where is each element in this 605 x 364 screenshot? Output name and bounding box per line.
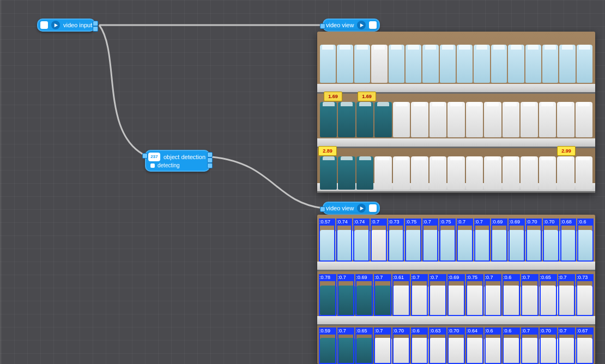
detection-bbox: :0.64 <box>466 333 483 364</box>
node-object-detection[interactable]: 237 object detection detecting <box>145 150 210 172</box>
video-preview-detections: :0.57:0.74:0.74:0.7:0.73:0.75:0.7:0.75:0… <box>317 215 595 364</box>
detection-bbox: :0.70 <box>392 333 410 364</box>
detection-bbox: :0.70 <box>543 225 559 262</box>
detection-bbox: :0.6 <box>503 280 520 316</box>
output-port[interactable] <box>207 152 213 157</box>
detection-score: :0.6 <box>503 327 520 335</box>
detection-score: :0.7 <box>474 219 491 226</box>
detection-bbox: :0.7 <box>411 280 428 316</box>
output-port[interactable] <box>207 163 213 168</box>
node-label: object detection <box>164 154 205 160</box>
detection-score: :0.6 <box>577 219 594 226</box>
detection-bbox: :0.7 <box>558 280 576 316</box>
node-label: video view <box>326 22 354 28</box>
output-port[interactable] <box>93 21 98 26</box>
detection-score: :0.7 <box>337 327 355 335</box>
detection-score: :0.7 <box>558 274 576 281</box>
input-port[interactable] <box>320 23 325 29</box>
play-icon <box>357 204 366 213</box>
detection-bbox: :0.7 <box>337 280 355 316</box>
detection-score: :0.69 <box>509 219 525 226</box>
video-preview-raw: 1.69 1.69 2.89 2.99 <box>317 32 595 193</box>
input-port[interactable] <box>142 153 148 159</box>
detection-bbox: :0.6 <box>503 333 520 364</box>
detection-bbox: :0.78 <box>319 280 336 316</box>
detection-bbox: :0.69 <box>355 280 373 316</box>
detection-bbox: :0.74 <box>336 225 353 262</box>
shelf-row <box>317 150 595 190</box>
node-canvas[interactable]: video input 237 object detection detecti… <box>0 0 605 364</box>
detection-score: :0.59 <box>319 327 336 335</box>
detection-score: :0.7 <box>521 327 539 335</box>
detection-score: :0.75 <box>439 219 456 226</box>
node-toggle-icon <box>369 204 377 212</box>
play-icon <box>51 21 60 29</box>
detection-score: :0.78 <box>319 274 336 281</box>
output-port[interactable] <box>93 26 98 32</box>
detection-bbox: :0.6 <box>577 225 594 262</box>
node-video-input[interactable]: video input <box>37 19 95 32</box>
detection-bbox: :0.7 <box>474 225 491 262</box>
detection-bbox: :0.7 <box>457 225 473 262</box>
node-label: video view <box>326 205 354 211</box>
detection-score: :0.7 <box>374 327 391 335</box>
detection-bbox: :0.75 <box>439 225 456 262</box>
detection-score: :0.7 <box>457 219 473 226</box>
detection-score: :0.75 <box>466 274 483 281</box>
detection-bbox: :0.59 <box>319 333 336 364</box>
detection-bbox: :0.74 <box>353 225 370 262</box>
detection-bbox: :0.57 <box>319 225 335 262</box>
detection-bbox: :0.70 <box>447 333 465 364</box>
detection-score: :0.7 <box>337 274 355 281</box>
shelf-row <box>317 96 595 137</box>
output-port[interactable] <box>207 157 213 163</box>
svg-marker-0 <box>54 23 57 27</box>
detection-bbox: :0.7 <box>374 333 391 364</box>
detection-bbox: :0.6 <box>485 333 502 364</box>
detection-bbox: :0.68 <box>560 225 577 262</box>
status-text: detecting <box>158 163 180 168</box>
detection-bbox: :0.61 <box>392 280 410 316</box>
detection-bbox: :0.65 <box>355 333 373 364</box>
detection-bbox: :0.73 <box>388 225 404 262</box>
detection-score: :0.65 <box>355 327 373 335</box>
detection-score: :0.70 <box>543 219 559 226</box>
detection-score: :0.63 <box>429 327 446 335</box>
detection-score: :0.68 <box>560 219 577 226</box>
node-video-view-bottom[interactable]: video view <box>323 202 380 215</box>
detection-bbox: :0.75 <box>466 280 483 316</box>
detection-score: :0.7 <box>374 274 391 281</box>
node-video-view-top[interactable]: video view <box>323 19 380 32</box>
detection-score: :0.70 <box>392 327 410 335</box>
svg-marker-1 <box>360 23 364 27</box>
detection-score: :0.61 <box>392 274 410 281</box>
detection-bbox: :0.69 <box>447 280 465 316</box>
detection-score: :0.69 <box>491 219 507 226</box>
shelf-row <box>317 38 595 83</box>
detection-bbox: :0.7 <box>371 225 387 262</box>
detection-bbox: :0.7 <box>521 333 539 364</box>
detection-score: :0.70 <box>540 327 557 335</box>
detection-bbox: :0.69 <box>509 225 525 262</box>
detection-score: :0.69 <box>447 274 465 281</box>
detection-bbox: :0.7 <box>374 280 391 316</box>
detection-bbox: :0.7 <box>521 280 539 316</box>
detection-bbox: :0.70 <box>526 225 542 262</box>
detection-score: :0.74 <box>353 219 370 226</box>
detection-bbox: :0.67 <box>576 333 594 364</box>
detection-row: :0.78:0.7:0.69:0.7:0.61:0.7:0.7:0.69:0.7… <box>317 280 595 316</box>
input-port[interactable] <box>320 207 325 212</box>
price-tag: 2.99 <box>557 146 576 156</box>
detection-score: :0.73 <box>576 274 594 281</box>
detection-row: :0.57:0.74:0.74:0.7:0.73:0.75:0.7:0.75:0… <box>317 225 595 262</box>
detection-score: :0.7 <box>371 219 387 226</box>
detection-score: :0.73 <box>388 219 404 226</box>
detection-bbox: :0.69 <box>491 225 507 262</box>
play-icon <box>357 21 366 29</box>
detection-score: :0.67 <box>576 327 594 335</box>
price-tag: 1.69 <box>324 92 342 101</box>
brain-icon: 237 <box>148 153 160 161</box>
detection-bbox: :0.75 <box>405 225 421 262</box>
detection-score: :0.70 <box>447 327 465 335</box>
detection-bbox: :0.70 <box>540 333 557 364</box>
